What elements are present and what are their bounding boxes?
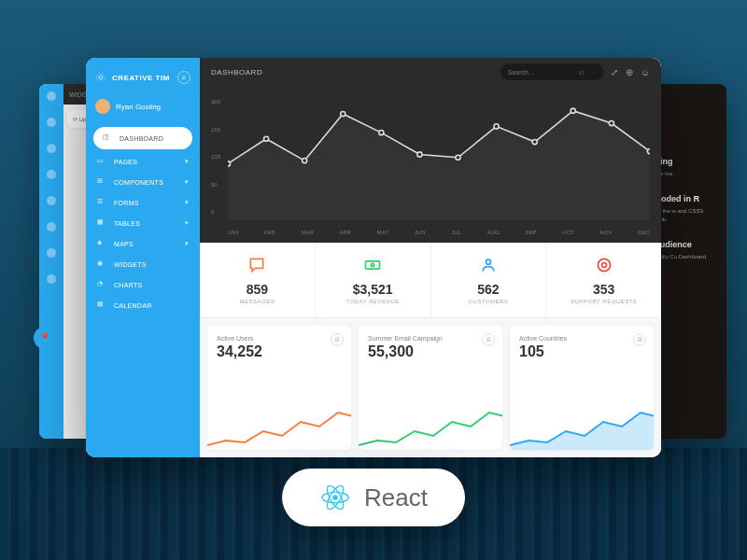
y-tick: 0	[211, 209, 220, 215]
search-box[interactable]: ⌕	[500, 63, 603, 80]
brand-text: CREATIVE TIM	[112, 74, 170, 82]
chevron-down-icon: ▾	[185, 199, 189, 206]
tables-icon: ▦	[97, 218, 106, 228]
svg-point-7	[417, 152, 422, 157]
avatar	[95, 99, 110, 114]
search-input[interactable]	[508, 69, 573, 76]
react-badge: React	[282, 469, 465, 526]
card-0: Active Users ⚙ 34,252	[207, 326, 351, 450]
expand-icon[interactable]: ⤢	[611, 67, 618, 77]
gear-icon[interactable]: ⚙	[633, 333, 646, 346]
y-tick: 100	[211, 154, 220, 160]
nav-label: DASHBOARD	[120, 135, 163, 142]
calendar-icon: ▤	[97, 301, 106, 310]
main-chart: 200150100500 JANFEBMARAPRMAYJUNJULAUGSEP…	[200, 86, 661, 243]
globe-icon[interactable]: ⊕	[626, 67, 633, 77]
chevron-down-icon: ▾	[185, 178, 189, 186]
stat-support-requests: 353SUPPORT REQUESTS	[546, 243, 661, 317]
stat-label: SUPPORT REQUESTS	[550, 299, 657, 304]
charts-icon: ◔	[97, 280, 106, 289]
person-icon	[479, 256, 498, 278]
nav-item-charts[interactable]: ◔CHARTS	[86, 274, 200, 295]
card-value: 105	[519, 343, 644, 360]
svg-point-3	[264, 136, 269, 141]
menu-toggle-icon[interactable]: ≡	[177, 71, 190, 84]
x-tick: DEC	[638, 230, 650, 235]
x-tick: MAR	[301, 230, 313, 235]
brand: CREATIVE TIM ≡	[86, 67, 200, 93]
nav-item-widgets[interactable]: ◉WIDGETS	[86, 254, 200, 274]
nav-item-tables[interactable]: ▦TABLES▾	[86, 213, 200, 233]
nav-item-forms[interactable]: ☰FORMS▾	[86, 192, 200, 213]
stats-row: 859MESSAGES$3,521TODAY REVENUE562CUSTOME…	[200, 243, 661, 318]
stat-label: MESSAGES	[204, 299, 311, 304]
y-tick: 200	[211, 99, 220, 105]
svg-point-5	[341, 111, 345, 116]
nav-label: CALENDAR	[114, 302, 152, 309]
cards-row: Active Users ⚙ 34,252 Summer Email Campa…	[200, 318, 661, 457]
stat-value: 353	[550, 282, 657, 297]
svg-point-10	[532, 140, 537, 145]
pin-icon: 📍	[34, 327, 56, 349]
nav-label: MAPS	[114, 241, 134, 247]
user-row[interactable]: Ryan Gosling	[86, 93, 200, 119]
stat-customers: 562CUSTOMERS	[431, 243, 547, 317]
chat-icon	[247, 256, 266, 278]
nav-item-calendar[interactable]: ▤CALENDAR	[86, 295, 200, 315]
svg-point-1	[97, 74, 106, 82]
svg-rect-14	[366, 261, 380, 269]
stat-messages: 859MESSAGES	[200, 243, 316, 317]
pages-icon: ▭	[97, 157, 106, 166]
x-tick: JUL	[451, 230, 461, 235]
user-icon[interactable]: ☺	[641, 67, 650, 77]
money-icon	[363, 256, 382, 278]
card-chart	[359, 403, 502, 450]
svg-point-15	[371, 263, 374, 266]
card-value: 34,252	[217, 343, 342, 360]
card-title: Summer Email Campaign	[368, 335, 493, 342]
card-chart	[510, 403, 654, 450]
svg-point-4	[303, 159, 307, 163]
nav-item-maps[interactable]: ◈MAPS▾	[86, 233, 200, 254]
card-value: 55,300	[368, 343, 493, 360]
card-chart	[207, 403, 351, 450]
gear-icon[interactable]: ⚙	[331, 333, 344, 346]
components-icon: ⊞	[97, 177, 106, 187]
badge-text: React	[364, 483, 428, 512]
search-icon[interactable]: ⌕	[579, 67, 584, 77]
x-tick: JUN	[415, 230, 426, 235]
widgets-icon: ◉	[97, 259, 106, 269]
svg-point-12	[609, 120, 613, 125]
svg-point-6	[379, 130, 384, 134]
svg-point-19	[332, 495, 338, 500]
stat-label: TODAY REVENUE	[319, 299, 427, 304]
stat-label: CUSTOMERS	[435, 299, 543, 304]
svg-point-8	[456, 155, 460, 160]
nav-item-components[interactable]: ⊞COMPONENTS▾	[86, 172, 200, 192]
svg-point-11	[571, 108, 575, 113]
nav-item-dashboard[interactable]: ◫DASHBOARD	[93, 127, 192, 149]
gear-icon[interactable]: ⚙	[482, 333, 495, 346]
svg-point-16	[486, 259, 490, 264]
maps-icon: ◈	[97, 239, 106, 248]
sidebar: CREATIVE TIM ≡ Ryan Gosling ◫DASHBOARD▭P…	[86, 58, 200, 457]
x-tick: FEB	[264, 230, 275, 235]
stat-value: 859	[204, 282, 311, 297]
chevron-down-icon: ▾	[185, 158, 189, 165]
x-tick: JAN	[228, 230, 238, 235]
nav-label: WIDGETS	[114, 261, 147, 268]
svg-point-9	[494, 124, 499, 129]
nav-label: TABLES	[114, 220, 140, 227]
y-tick: 150	[211, 127, 220, 133]
x-tick: AUG	[487, 230, 500, 235]
user-name: Ryan Gosling	[116, 103, 161, 111]
x-tick: SEP	[525, 230, 536, 235]
y-tick: 50	[211, 182, 220, 188]
react-logo-icon	[319, 482, 351, 513]
nav-item-pages[interactable]: ▭PAGES▾	[86, 151, 200, 172]
card-2: Active Countries ⚙ 105	[510, 326, 654, 450]
svg-point-17	[598, 259, 610, 271]
nav: ◫DASHBOARD▭PAGES▾⊞COMPONENTS▾☰FORMS▾▦TAB…	[86, 119, 200, 448]
svg-point-2	[228, 161, 231, 166]
svg-point-0	[99, 76, 103, 79]
